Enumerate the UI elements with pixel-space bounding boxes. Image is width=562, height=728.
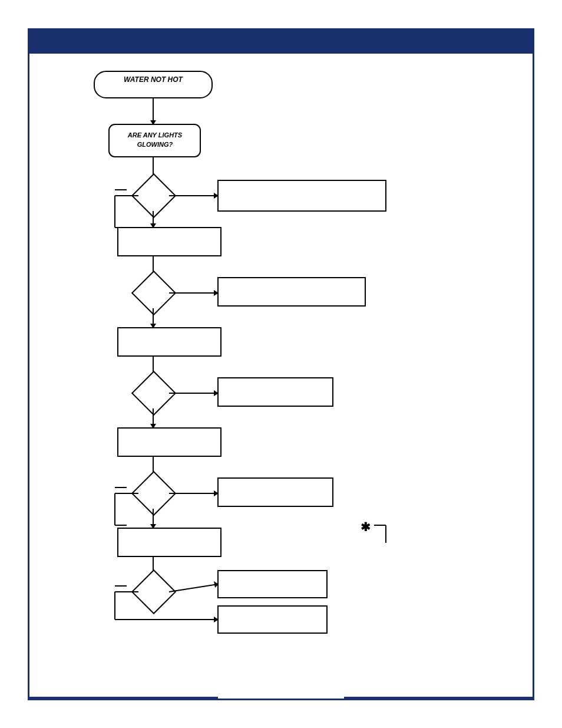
svg-rect-38: [218, 478, 333, 506]
start-node-text: WATER NOT HOT: [124, 75, 183, 84]
svg-rect-25: [118, 328, 221, 356]
svg-rect-37: [132, 472, 176, 515]
svg-rect-16: [118, 228, 221, 256]
svg-rect-47: [118, 528, 221, 556]
star-symbol: ✱: [361, 521, 371, 533]
svg-rect-7: [218, 180, 386, 211]
svg-rect-20: [218, 278, 365, 306]
decision1-text: ARE ANY LIGHTS: [127, 131, 183, 139]
header-bar: [29, 30, 533, 54]
decision1-text2: GLOWING?: [137, 141, 173, 148]
page-container: WATER NOT HOT ARE ANY LIGHTS GLOWING?: [0, 0, 562, 728]
svg-line-52: [169, 584, 218, 592]
svg-rect-19: [132, 271, 176, 315]
svg-rect-50: [132, 570, 176, 614]
flowchart-svg: WATER NOT HOT ARE ANY LIGHTS GLOWING?: [59, 60, 507, 684]
svg-rect-34: [118, 428, 221, 456]
page-break-left: [29, 697, 218, 699]
page-break-right: [344, 697, 533, 699]
svg-rect-51: [218, 571, 327, 598]
svg-rect-28: [132, 371, 176, 415]
svg-rect-29: [218, 378, 333, 406]
svg-rect-54: [218, 606, 327, 633]
svg-rect-6: [132, 174, 176, 218]
diagram-frame: WATER NOT HOT ARE ANY LIGHTS GLOWING?: [28, 28, 534, 700]
